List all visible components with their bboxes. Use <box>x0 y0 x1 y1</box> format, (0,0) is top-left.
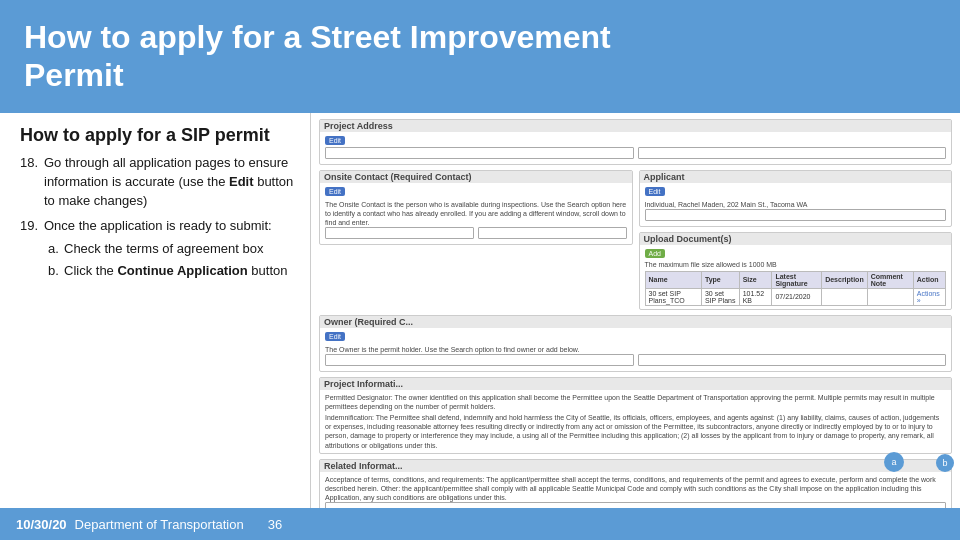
onsite-contact-title: Onsite Contact (Required Contact) <box>320 171 632 183</box>
related-info-section: Related Informat... Acceptance of terms,… <box>319 459 952 508</box>
table-cell-name: 30 set SIP Plans_TCO <box>645 288 701 305</box>
sub-step-letter-b: b. <box>44 262 64 281</box>
address-input-2[interactable] <box>638 147 947 159</box>
edit-btn-owner[interactable]: Edit <box>325 332 345 341</box>
add-btn-upload[interactable]: Add <box>645 249 665 258</box>
step-number-19: 19. <box>20 217 44 284</box>
form-mockup: Project Address Edit Onsite Contact (Req… <box>311 113 960 508</box>
sub-step-text-a: Check the terms of agreement box <box>64 240 263 259</box>
sub-step-text-b: Click the Continue Application button <box>64 262 287 281</box>
applicant-input-row <box>645 209 947 221</box>
onsite-input-row <box>325 227 627 239</box>
table-cell-type: 30 set SIP Plans <box>701 288 739 305</box>
right-panel: Project Address Edit Onsite Contact (Req… <box>310 113 960 508</box>
table-col-sig: Latest Signature <box>772 271 822 288</box>
badge-b: b <box>936 454 954 472</box>
step-text-18: Go through all application pages to ensu… <box>44 154 298 211</box>
title-line2: Permit <box>24 57 124 93</box>
owner-title: Owner (Required C... <box>320 316 951 328</box>
related-input[interactable] <box>325 502 946 508</box>
applicant-text: Individual, Rachel Maden, 202 Main St., … <box>645 200 947 209</box>
sub-step-a: a. Check the terms of agreement box <box>44 240 298 259</box>
onsite-input[interactable] <box>325 227 474 239</box>
table-col-desc: Description <box>822 271 868 288</box>
upload-section: Upload Document(s) Add The maximum file … <box>639 232 953 310</box>
applicant-col: Applicant Edit Individual, Rachel Maden,… <box>639 170 953 315</box>
table-col-action: Action <box>913 271 945 288</box>
project-address-title: Project Address <box>320 120 951 132</box>
address-inputs <box>325 147 946 159</box>
project-address-section: Project Address Edit <box>319 119 952 165</box>
title-line1: How to apply for a Street Improvement <box>24 19 611 55</box>
left-panel: How to apply for a SIP permit 18. Go thr… <box>0 113 310 508</box>
step-19: 19. Once the application is ready to sub… <box>20 217 298 284</box>
project-info-text: Permitted Designator: The owner identifi… <box>325 393 946 411</box>
owner-col: Owner (Required C... Edit The Owner is t… <box>319 315 952 377</box>
onsite-input-2[interactable] <box>478 227 627 239</box>
related-info-text: Acceptance of terms, conditions, and req… <box>325 475 946 502</box>
edit-btn-address[interactable]: Edit <box>325 136 345 145</box>
steps-list: 18. Go through all application pages to … <box>20 154 298 289</box>
sub-steps: a. Check the terms of agreement box b. C… <box>44 240 298 281</box>
table-cell-comment <box>867 288 913 305</box>
main-content: How to apply for a SIP permit 18. Go thr… <box>0 113 960 508</box>
badge-a: a <box>884 452 904 472</box>
footer-department: Department of Transportation <box>75 517 244 532</box>
footer-page-number: 36 <box>268 517 282 532</box>
applicant-input[interactable] <box>645 209 947 221</box>
table-cell-desc <box>822 288 868 305</box>
onsite-contact-text: The Onsite Contact is the person who is … <box>325 200 627 227</box>
owner-row: Owner (Required C... Edit The Owner is t… <box>319 315 952 377</box>
page-title: How to apply for a Street Improvement Pe… <box>24 18 936 95</box>
table-col-type: Type <box>701 271 739 288</box>
footer-bar: 10/30/20 Department of Transportation 36 <box>0 508 960 540</box>
owner-input-row <box>325 354 946 366</box>
onsite-contact-col: Onsite Contact (Required Contact) Edit T… <box>319 170 633 315</box>
two-col-section: Onsite Contact (Required Contact) Edit T… <box>319 170 952 315</box>
step-18: 18. Go through all application pages to … <box>20 154 298 211</box>
owner-input-2[interactable] <box>638 354 947 366</box>
step-text-19: Once the application is ready to submit:… <box>44 217 298 284</box>
table-col-name: Name <box>645 271 701 288</box>
badge-a-label: a <box>891 457 896 467</box>
applicant-section: Applicant Edit Individual, Rachel Maden,… <box>639 170 953 227</box>
project-info-section: Project Informati... Permitted Designato… <box>319 377 952 454</box>
owner-text: The Owner is the permit holder. Use the … <box>325 345 946 354</box>
edit-btn-applicant[interactable]: Edit <box>645 187 665 196</box>
owner-section: Owner (Required C... Edit The Owner is t… <box>319 315 952 372</box>
table-row: 30 set SIP Plans_TCO 30 set SIP Plans 10… <box>645 288 946 305</box>
onsite-contact-section: Onsite Contact (Required Contact) Edit T… <box>319 170 633 245</box>
upload-title: Upload Document(s) <box>640 233 952 245</box>
table-cell-size: 101.52 KB <box>739 288 772 305</box>
sub-step-b: b. Click the Continue Application button <box>44 262 298 281</box>
header-section: How to apply for a Street Improvement Pe… <box>0 0 960 113</box>
step-number-18: 18. <box>20 154 44 211</box>
owner-input[interactable] <box>325 354 634 366</box>
project-info-title: Project Informati... <box>320 378 951 390</box>
table-cell-action[interactable]: Actions » <box>913 288 945 305</box>
sub-step-letter-a: a. <box>44 240 64 259</box>
project-info-text2: Indemnification: The Permittee shall def… <box>325 413 946 449</box>
applicant-title: Applicant <box>640 171 952 183</box>
related-info-title: Related Informat... <box>320 460 951 472</box>
badge-b-label: b <box>942 458 947 468</box>
upload-size-text: The maximum file size allowed is 1000 MB <box>645 260 947 269</box>
related-input-row <box>325 502 946 508</box>
table-col-size: Size <box>739 271 772 288</box>
edit-btn-onsite[interactable]: Edit <box>325 187 345 196</box>
upload-table: Name Type Size Latest Signature Descript… <box>645 271 947 306</box>
table-cell-sig: 07/21/2020 <box>772 288 822 305</box>
address-input-1[interactable] <box>325 147 634 159</box>
left-subtitle: How to apply for a SIP permit <box>20 125 298 147</box>
footer-date: 10/30/20 <box>16 517 67 532</box>
table-col-comment: Comment Note <box>867 271 913 288</box>
